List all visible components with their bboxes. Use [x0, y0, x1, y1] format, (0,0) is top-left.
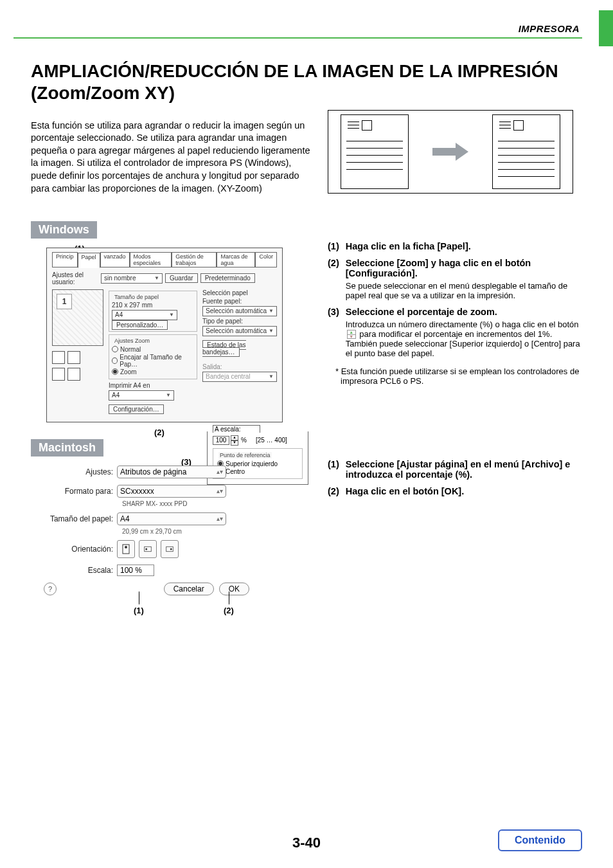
- spinner-inline-icon: ▲▼: [347, 330, 356, 339]
- config-button[interactable]: Configuración…: [109, 404, 164, 414]
- custom-size-button[interactable]: Personalizado…: [112, 320, 168, 330]
- svg-point-1: [125, 546, 127, 548]
- intro-paragraph: Esta función se utiliza para agrandar o …: [31, 120, 314, 195]
- orient-landscape-left-button[interactable]: [139, 540, 157, 558]
- footnote: * Esta función puede utilizarse si se em…: [341, 366, 582, 386]
- callout-line: [229, 592, 229, 604]
- tab-color[interactable]: Color: [255, 252, 277, 267]
- source-label: Fuente papel:: [202, 298, 277, 305]
- percent-label: %: [241, 437, 247, 444]
- radio-normal[interactable]: Normal: [112, 346, 194, 353]
- step3-note: Introduzca un número directamente (%) o …: [346, 320, 582, 359]
- zoom-spinner[interactable]: 100 ▲▼: [213, 435, 238, 446]
- mac-orient-label: Orientación:: [44, 545, 113, 554]
- mac-escala-label: Escala:: [44, 566, 113, 575]
- mac-tamano-label: Tamaño del papel:: [44, 514, 113, 523]
- diagram-after: [492, 114, 560, 189]
- mac-callout-2: (2): [224, 606, 234, 615]
- print-on-label: Imprimir A4 en: [109, 382, 197, 389]
- step2-note: Se puede seleccionar en el menú desplega…: [346, 281, 582, 300]
- windows-dialog: Princip Papel vanzado Modos especiales G…: [46, 248, 283, 422]
- windows-badge: Windows: [31, 221, 97, 239]
- tab-jobs[interactable]: Gestión de trabajos: [172, 252, 217, 267]
- arrow-icon: [432, 145, 468, 158]
- cancel-button[interactable]: Cancelar: [164, 583, 214, 595]
- orient-landscape-icon[interactable]: [67, 351, 80, 364]
- toc-button[interactable]: Contenido: [498, 829, 582, 851]
- mac-step1-num: (1): [328, 459, 339, 480]
- range-label: [25 … 400]: [256, 437, 287, 444]
- step3-title: Seleccione el porcentaje de zoom.: [346, 307, 497, 317]
- diagram-before: [341, 114, 409, 189]
- page-title: AMPLIACIÓN/REDUCCIÓN DE LA IMAGEN DE LA …: [31, 60, 582, 104]
- save-button[interactable]: Guardar: [165, 273, 198, 283]
- accent-bar: [599, 10, 613, 46]
- radio-fit[interactable]: Encajar al Tamaño de Pap…: [112, 354, 194, 368]
- mac-formato-dropdown[interactable]: SCxxxxxx▴▾: [117, 485, 226, 498]
- svg-point-5: [170, 548, 172, 550]
- type-dropdown[interactable]: Selección automática▼: [202, 326, 277, 336]
- mac-escala-input[interactable]: 100 %: [117, 565, 154, 576]
- mac-step2-title: Haga clic en el botón [OK].: [346, 486, 465, 496]
- user-settings-dropdown[interactable]: sin nombre▼: [101, 273, 163, 284]
- tab-strip: Princip Papel vanzado Modos especiales G…: [52, 252, 277, 267]
- callout-2: (2): [154, 428, 164, 437]
- ref-group-title: Punto de referencia: [218, 452, 272, 458]
- spinner-down-icon[interactable]: ▼: [231, 440, 238, 446]
- orient-portrait-button[interactable]: [117, 540, 135, 558]
- mac-step1-title: Seleccione [Ajustar página] en el menú […: [346, 459, 571, 480]
- mac-formato-sub: SHARP MX- xxxx PPD: [122, 500, 249, 507]
- step2-num: (2): [328, 258, 339, 300]
- user-settings-label: Ajustes del usuario:: [52, 271, 98, 285]
- paper-size-sub: 210 x 297 mm: [112, 302, 194, 309]
- output-dropdown[interactable]: Bandeja central▼: [202, 372, 277, 382]
- page-preview: 1: [52, 289, 103, 346]
- paper-size-group: Tamaño de papel 210 x 297 mm A4▼ Persona…: [109, 291, 197, 332]
- mac-formato-label: Formato para:: [44, 487, 113, 496]
- tab-advanced[interactable]: vanzado: [100, 252, 130, 267]
- tab-main[interactable]: Princip: [52, 252, 78, 267]
- preview-number: 1: [57, 294, 72, 309]
- mac-badge: Macintosh: [31, 439, 103, 457]
- mac-tamano-sub: 20,99 cm x 29,70 cm: [122, 528, 249, 535]
- step2-title: Seleccione [Zoom] y haga clic en el botó…: [346, 258, 531, 278]
- print-on-dropdown[interactable]: A4▼: [109, 390, 174, 401]
- radio-zoom[interactable]: Zoom: [112, 368, 194, 375]
- header-rule: [13, 37, 582, 39]
- step3-num: (3): [328, 307, 339, 359]
- callout-line: [139, 592, 139, 604]
- popup-header: A escala:: [213, 425, 260, 433]
- mac-callout-1: (1): [134, 606, 144, 615]
- orient-portrait-icon[interactable]: [52, 351, 65, 364]
- svg-point-3: [145, 548, 147, 550]
- spinner-up-icon[interactable]: ▲: [231, 435, 238, 440]
- orientation-icons: [52, 351, 103, 364]
- orient-landscape-right-button[interactable]: [161, 540, 179, 558]
- step1-num: (1): [328, 241, 339, 251]
- help-button[interactable]: ?: [44, 583, 57, 595]
- default-button[interactable]: Predeterminado: [200, 273, 255, 283]
- output-label: Salida:: [202, 363, 277, 370]
- tab-papel[interactable]: Papel: [78, 253, 100, 268]
- step1-title: Haga clic en la ficha [Papel].: [346, 241, 471, 251]
- section-name: IMPRESORA: [519, 23, 580, 34]
- paper-size-dropdown[interactable]: A4▼: [112, 310, 177, 320]
- mac-ajustes-dropdown[interactable]: Atributos de página▴▾: [117, 466, 226, 478]
- type-label: Tipo de papel:: [202, 318, 277, 325]
- mac-tamano-dropdown[interactable]: A4▴▾: [117, 512, 226, 525]
- mac-dialog: Ajustes: Atributos de página▴▾ Formato p…: [44, 466, 249, 616]
- orient-duplex2-icon[interactable]: [67, 368, 80, 381]
- tab-special[interactable]: Modos especiales: [130, 252, 172, 267]
- mac-ajustes-label: Ajustes:: [44, 467, 113, 476]
- paper-size-title: Tamaño de papel: [113, 294, 160, 300]
- tray-status-button[interactable]: Estado de las bandejas…: [202, 340, 246, 357]
- zoom-group: Ajustes Zoom Normal Encajar al Tamaño de…: [109, 334, 197, 379]
- zoom-diagram: [328, 110, 573, 194]
- zoom-value[interactable]: 100: [213, 436, 229, 445]
- zoom-group-title: Ajustes Zoom: [113, 338, 151, 344]
- source-dropdown[interactable]: Selección automática▼: [202, 306, 277, 316]
- tab-watermark[interactable]: Marcas de agua: [217, 252, 255, 267]
- orient-duplex1-icon[interactable]: [52, 368, 65, 381]
- mac-step2-num: (2): [328, 486, 339, 496]
- ok-button[interactable]: OK: [219, 583, 249, 595]
